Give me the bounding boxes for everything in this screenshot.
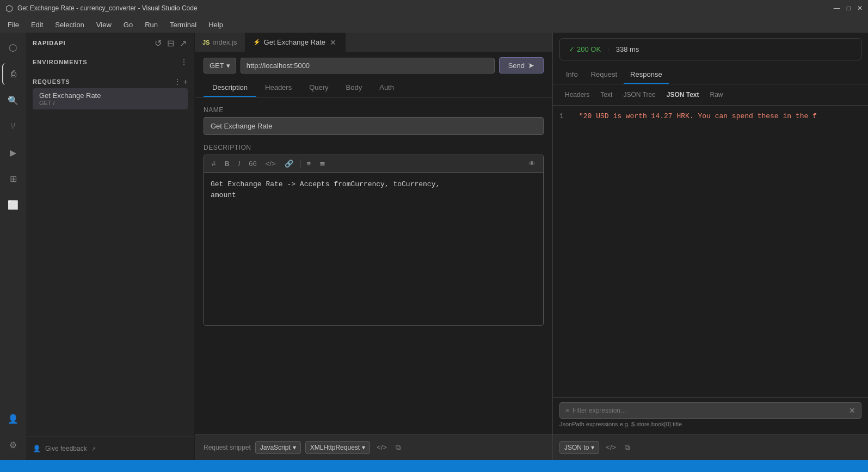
resp-tab-info[interactable]: Info — [559, 66, 584, 84]
menu-go[interactable]: Go — [118, 19, 138, 31]
resp-tab-request[interactable]: Request — [584, 66, 624, 84]
resp-subtab-raw[interactable]: Raw — [705, 89, 729, 101]
bullet-list-button[interactable]: ≡ — [305, 158, 313, 169]
menu-file[interactable]: File — [2, 19, 24, 31]
response-copy-icon[interactable]: ⧉ — [623, 442, 632, 453]
menu-run[interactable]: Run — [139, 19, 163, 31]
language-dropdown-icon: ▾ — [293, 444, 296, 451]
code-block-button[interactable]: </> — [263, 158, 278, 169]
window-title: Get Exchange Rate - currency_converter -… — [17, 4, 198, 12]
activity-person[interactable]: 👤 — [2, 408, 24, 430]
tab-indexjs-label: index.js — [213, 38, 237, 46]
format-select[interactable]: JSON to ▾ — [559, 441, 599, 454]
line-number-1: 1 — [559, 112, 570, 120]
filter-input-container: ≡ ✕ — [559, 402, 861, 419]
activity-search[interactable]: 🔍 — [2, 89, 24, 111]
method-dropdown-icon: ▾ — [226, 62, 230, 70]
language-label: JavaScript — [260, 444, 291, 451]
snippet-label: Request snippet — [204, 444, 251, 451]
activity-explorer[interactable]: ⎙ — [2, 63, 24, 85]
snippet-code-icon[interactable]: </> — [374, 442, 389, 452]
response-code-icon[interactable]: </> — [604, 442, 618, 452]
status-separator: · — [607, 45, 610, 53]
environments-section-title: Environments — [33, 59, 88, 65]
description-label: Description — [204, 144, 544, 151]
tab-auth[interactable]: Auth — [371, 79, 403, 97]
menu-selection[interactable]: Selection — [50, 19, 89, 31]
response-bottom-bar: JSON to ▾ </> ⧉ — [553, 434, 868, 460]
heading-button[interactable]: # — [210, 158, 218, 169]
tab-query[interactable]: Query — [300, 79, 337, 97]
activity-vscode-logo[interactable]: ⬡ — [2, 37, 24, 59]
code-button[interactable]: 66 — [247, 158, 258, 169]
resp-subtab-headers[interactable]: Headers — [559, 89, 595, 101]
sidebar-item-get-exchange-rate[interactable]: Get Exchange Rate GET / — [33, 88, 188, 109]
toolbar-separator — [300, 160, 300, 168]
close-button[interactable]: ✕ — [857, 4, 863, 12]
minimize-button[interactable]: — — [834, 4, 840, 12]
activity-run[interactable]: ▶ — [2, 142, 24, 163]
bold-button[interactable]: B — [222, 158, 231, 169]
requests-add-icon[interactable]: + — [183, 77, 188, 86]
snippet-expand-icon[interactable]: ⧉ — [393, 442, 403, 453]
activity-source-control[interactable]: ⑂ — [2, 115, 24, 137]
filter-close-icon[interactable]: ✕ — [849, 406, 855, 415]
give-feedback-item[interactable]: 👤 Give feedback ↗ — [26, 442, 194, 456]
external-link-icon: ↗ — [91, 446, 96, 452]
sidebar-brand: RAPIDAPI — [33, 40, 66, 46]
maximize-button[interactable]: □ — [847, 4, 851, 12]
resp-subtab-json-text[interactable]: JSON Text — [661, 89, 705, 101]
feedback-label: Give feedback — [45, 445, 87, 452]
tab-headers[interactable]: Headers — [256, 79, 300, 97]
preview-button[interactable]: 👁 — [526, 158, 538, 169]
description-content[interactable]: Get Exchange Rate -> Accepts fromCurrenc… — [204, 173, 543, 325]
resp-tab-response[interactable]: Response — [624, 66, 669, 84]
numbered-list-button[interactable]: ≣ — [317, 158, 328, 169]
titlebar: ⬡ Get Exchange Rate - currency_converter… — [0, 0, 868, 16]
filter-input[interactable] — [572, 407, 846, 414]
url-input[interactable] — [241, 58, 495, 73]
menu-view[interactable]: View — [91, 19, 117, 31]
status-bar: ✓ 200 OK · 338 ms — [559, 38, 861, 60]
link-button[interactable]: 🔗 — [282, 158, 296, 169]
activity-monitor[interactable]: ⬜ — [2, 194, 24, 216]
tab-indexjs[interactable]: JS index.js — [195, 33, 245, 52]
tab-description[interactable]: Description — [204, 79, 256, 97]
send-button[interactable]: Send ➤ — [499, 57, 544, 73]
menu-terminal[interactable]: Terminal — [164, 19, 202, 31]
menubar: File Edit Selection View Go Run Terminal… — [0, 16, 868, 33]
js-file-icon: JS — [202, 39, 210, 46]
method-label: GET — [210, 62, 224, 70]
resp-subtab-json-tree[interactable]: JSON Tree — [618, 89, 661, 101]
format-label: JSON to — [564, 444, 589, 451]
activity-settings[interactable]: ⚙ — [2, 434, 24, 456]
filter-hint: JsonPath expressions e.g. $.store.book[0… — [559, 419, 861, 430]
send-label: Send — [508, 62, 525, 70]
response-line-1: 1 "20 USD is worth 14.27 HRK. You can sp… — [559, 112, 861, 120]
library-select[interactable]: XMLHttpRequest ▾ — [305, 441, 370, 454]
activity-extensions[interactable]: ⊞ — [2, 168, 24, 189]
name-label: Name — [204, 106, 544, 114]
refresh-icon[interactable]: ↺ — [153, 37, 163, 50]
layout-icon[interactable]: ⊟ — [166, 37, 175, 50]
menu-edit[interactable]: Edit — [26, 19, 48, 31]
italic-button[interactable]: I — [236, 158, 243, 169]
requests-more-icon[interactable]: ⋮ — [174, 77, 181, 86]
description-text: Get Exchange Rate -> Accepts fromCurrenc… — [211, 180, 440, 199]
tab-body[interactable]: Body — [337, 79, 371, 97]
status-code: 200 OK — [577, 45, 601, 53]
method-select[interactable]: GET ▾ — [204, 58, 236, 73]
menu-help[interactable]: Help — [203, 19, 229, 31]
language-select[interactable]: JavaScript ▾ — [255, 441, 301, 454]
export-icon[interactable]: ↗ — [178, 37, 188, 50]
resp-subtab-text[interactable]: Text — [595, 89, 618, 101]
format-dropdown-icon: ▾ — [591, 444, 594, 451]
environments-more-icon[interactable]: ⋮ — [180, 58, 188, 66]
name-input[interactable] — [204, 117, 544, 135]
tab-get-exchange-rate[interactable]: ⚡ Get Exchange Rate ✕ — [245, 33, 346, 52]
description-editor: # B I 66 </> 🔗 ≡ ≣ 👁 — [204, 155, 544, 326]
response-subtabs: Headers Text JSON Tree JSON Text Raw — [553, 84, 868, 106]
check-icon: ✓ — [569, 45, 575, 53]
status-ok: ✓ 200 OK — [569, 45, 601, 53]
tab-close-icon[interactable]: ✕ — [329, 38, 337, 47]
